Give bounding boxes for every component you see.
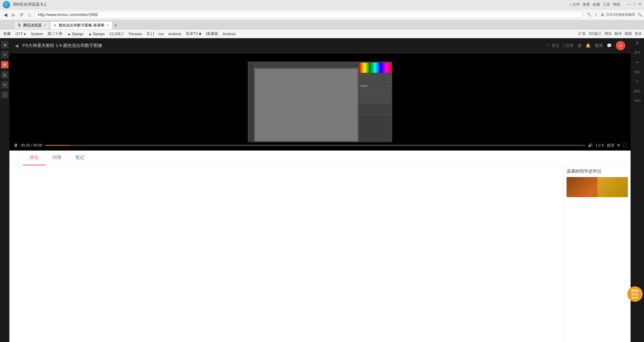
bm-num[interactable]: 23,228.7 [108,31,125,37]
rs-question-icon[interactable]: ? [636,80,638,84]
rs-hamburger-icon[interactable]: ☰ [636,41,639,45]
nav-right-icons: 🔧 ⚡ 🖥 日本2年接收38难民 🔍 [587,12,642,17]
bm-me[interactable]: me [157,31,165,37]
video-weibo-icon[interactable]: 微博 [595,43,603,49]
tab-bar: 🐧 腾讯浏览器 ✕ ★ 颜色混合和数字图像-慕课网 ✕ + [0,20,644,30]
tab-imooc-label: 颜色混合和数字图像-慕课网 [59,23,104,28]
video-title: PS大神通关教程 1-6 颜色混合和数字图像 [22,43,542,49]
sidebar-icon4[interactable]: ⬡ [1,91,8,99]
volume-icon[interactable]: 🔊 [588,143,593,148]
tab-imooc-favicon: ★ [54,23,57,27]
video-header: ◀ PS大神通关教程 1-6 颜色混合和数字图像 ♡ 关注 | 分享 微 🔔 微… [9,38,631,53]
video-back-btn[interactable]: ◀ [15,43,18,48]
tab-qa[interactable]: 问答 [46,151,68,165]
browser-menu-tools[interactable]: 工具 [603,2,610,7]
add-tab-button[interactable]: + [114,21,117,29]
sidebar-icon2[interactable]: @ [1,71,8,78]
refresh-button[interactable]: ↺ [18,11,25,18]
video-bell-icon[interactable]: 🔔 [586,43,591,48]
settings-icon[interactable]: ⚙ [617,143,620,148]
tab-comments[interactable]: 评论 [23,151,46,165]
bm-system[interactable]: System [30,31,45,37]
forward-button[interactable]: ▶ [10,11,17,18]
rs-note-icon[interactable]: 笔记 [634,70,640,74]
tab-notes[interactable]: 笔记 [68,151,91,165]
bm-new[interactable]: [新播题 [205,31,219,37]
tab-imooc-close[interactable]: ✕ [106,23,109,27]
video-progress-bar[interactable] [45,145,585,146]
bm-andriod[interactable]: Andriod [167,31,182,37]
ps-canvas [255,69,358,141]
search-button[interactable]: 🔍 [637,12,642,17]
nav-360king-btn[interactable]: 360极王 [588,31,602,36]
thumb-overlay [597,177,628,197]
bm-bracket[interactable]: ☰ [ ] [145,31,155,37]
browser-minimize[interactable]: — [627,2,631,7]
extension-icon[interactable]: 🔧 [587,12,592,17]
browser-menu-help[interactable]: 帮助 [613,2,620,7]
video-share-label[interactable]: | 分享 [564,43,574,49]
bm-android[interactable]: Android [221,31,237,37]
tab-tencent[interactable]: 🐧 腾讯浏览器 ✕ [13,21,50,29]
content-main: 该课的同学还学过 [9,166,631,342]
browser-window-controls: > 文件 查看 收藏 工具 帮助 — □ ✕ [570,2,641,7]
ps-color-panel [359,63,391,83]
video-quality[interactable]: 超清 [607,143,614,148]
address-bar[interactable]: http://www.imooc.com/video/2668 [34,11,583,18]
page-content: ◀ PS大神通关教程 1-6 颜色混合和数字图像 ♡ 关注 | 分享 微 🔔 微… [9,38,631,342]
tab-imooc[interactable]: ★ 颜色混合和数字图像-慕课网 ✕ [50,21,113,29]
playback-speed[interactable]: 1.0 X [595,143,604,147]
rs-chapter-icon[interactable]: 章节 [634,51,640,55]
bm-django1[interactable]: ▲ Django [66,31,85,37]
sidebar-refresh[interactable]: ↺ [1,51,8,58]
lightning-icon[interactable]: ⚡ [594,12,598,17]
rs-ask-icon[interactable]: 提问 [634,89,640,94]
browser-menu-file[interactable]: > 文件 [570,2,580,7]
bm-django2[interactable]: ▲ Django [87,31,106,37]
user-avatar[interactable]: U [616,41,625,50]
bm-androidtv[interactable]: 安卓TV ■ [184,31,203,37]
performance-overlay: 83% 0%/s 0%/s [627,286,643,302]
nav-more-btn[interactable]: 更多 [635,31,642,36]
content-tab-bar: 评论 问答 笔记 [9,151,631,166]
browser-title: 360安全浏览器 8.1 [13,2,570,7]
fps-value: 83% [631,289,639,293]
browser-close[interactable]: ✕ [638,2,641,7]
pause-button[interactable]: ⏸ [13,142,18,148]
back-button[interactable]: ◀ [2,11,9,18]
browser-maximize[interactable]: □ [633,2,636,7]
fps2-value: 0%/s [632,293,639,296]
nav-network-btn[interactable]: 网络 [604,31,612,36]
nav-screenshot-btn[interactable]: 截图 [625,31,632,36]
rs-pencil-icon[interactable]: ✏ [636,60,639,65]
video-right-icons: 💬 U [607,41,625,50]
ps-toolbar [248,62,254,142]
browser-menu-view[interactable]: 查看 [583,2,590,7]
main-area: ◀ ↺ 微 @ ✉ ⬡ ◀ PS大神通关教程 1-6 颜色混合和数字图像 ♡ 关… [0,38,644,342]
nav-extension-btn[interactable]: 扩展 [578,31,586,36]
screen-icon[interactable]: 🖥 [600,13,604,17]
bookmarks-bar: 收藏 OTT ● System 第二十美 ▲ Django ▲ Django 2… [0,30,644,38]
bm-trinea[interactable]: Trinea/a [127,31,143,37]
related-thumbnail[interactable] [567,177,628,197]
tab-tencent-close[interactable]: ✕ [44,23,46,27]
nav-translate-btn[interactable]: 翻译 [614,31,622,36]
browser-menu-favorites[interactable]: 收藏 [593,2,600,7]
sidebar-weibo[interactable]: 微 [1,61,8,68]
content-comments-area [9,166,564,342]
rs-wiki-icon[interactable]: WIKI [634,99,641,102]
color-gradient [359,63,391,73]
bookmarks-label[interactable]: 收藏 [2,31,12,37]
video-progress-fill [45,145,70,146]
video-chat-icon[interactable]: 💬 [607,43,612,48]
bm-twenty[interactable]: 第二十美 [46,31,64,37]
video-like-icon[interactable]: ♡ 关注 [546,43,559,49]
video-wechat-icon[interactable]: 微 [578,43,582,49]
sidebar-icon3[interactable]: ✉ [1,81,8,89]
ps-bottom-panel [358,115,392,142]
fullscreen-button[interactable]: ⛶ [623,143,627,147]
sidebar-nav-back[interactable]: ◀ [1,41,8,48]
home-button[interactable]: ⌂ [26,11,33,18]
fps3-value: 0%/s [632,296,639,299]
bm-ott[interactable]: OTT ● [14,31,28,37]
